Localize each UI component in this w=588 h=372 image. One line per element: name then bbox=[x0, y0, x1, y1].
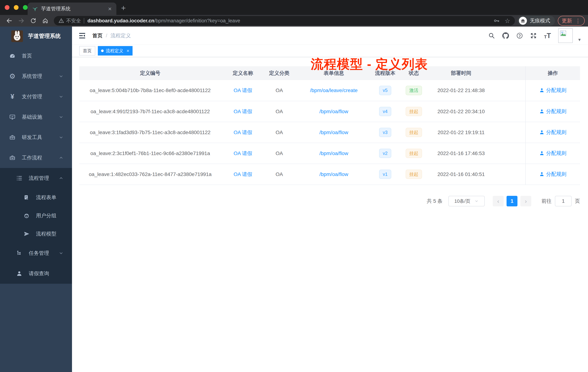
breadcrumb-home[interactable]: 首页 bbox=[92, 32, 103, 39]
paper-plane-icon bbox=[23, 231, 30, 237]
chrome-update-button[interactable]: 更新 ⋮ bbox=[558, 16, 585, 26]
assign-rule-button[interactable]: 分配规则 bbox=[539, 129, 567, 136]
search-icon[interactable] bbox=[488, 33, 495, 39]
home-icon[interactable] bbox=[39, 18, 51, 24]
avatar[interactable] bbox=[558, 28, 573, 43]
sidebar-toggle-icon[interactable] bbox=[79, 33, 86, 39]
gear-icon: ⚙ bbox=[9, 73, 16, 80]
page-content: 定义编号 定义名称 定义分类 表单信息 流程版本 状态 部署时间 操作 oa_l… bbox=[72, 57, 588, 206]
version-badge[interactable]: v4 bbox=[379, 107, 391, 116]
list-icon bbox=[16, 175, 23, 181]
close-window-button[interactable] bbox=[5, 5, 10, 10]
page-number-button[interactable]: 1 bbox=[506, 196, 517, 206]
sidebar-item-payment[interactable]: ¥ 支付管理 bbox=[0, 87, 72, 107]
col-deploy-time: 部署时间 bbox=[431, 66, 491, 80]
sidebar-item-label: 任务管理 bbox=[29, 250, 49, 257]
prev-page-button[interactable]: ‹ bbox=[493, 196, 504, 206]
version-badge[interactable]: v5 bbox=[379, 86, 391, 95]
password-key-icon[interactable] bbox=[494, 18, 500, 24]
sidebar-item-home[interactable]: 首页 bbox=[0, 46, 72, 66]
table-row: oa_leave:3:1fad3d93-7b75-11ec-a3c8-acde4… bbox=[79, 122, 580, 143]
fullscreen-icon[interactable] bbox=[530, 33, 537, 39]
status-badge: 激活 bbox=[406, 86, 422, 95]
back-icon[interactable] bbox=[3, 17, 15, 24]
briefcase-icon bbox=[9, 155, 16, 161]
update-label: 更新 bbox=[562, 17, 572, 24]
help-question-icon[interactable] bbox=[516, 33, 523, 39]
col-operation: 操作 bbox=[525, 66, 580, 80]
version-badge[interactable]: v3 bbox=[379, 128, 391, 137]
browser-toolbar: 不安全 dashboard.yudao.iocoder.cn/bpm/manag… bbox=[0, 15, 588, 27]
version-badge[interactable]: v2 bbox=[379, 149, 391, 158]
bookmark-star-icon[interactable]: ☆ bbox=[505, 17, 510, 24]
assign-rule-button[interactable]: 分配规则 bbox=[539, 87, 567, 94]
active-dot-icon bbox=[101, 50, 104, 52]
tags-view-bar: 首页 流程定义 × bbox=[72, 45, 588, 57]
sidebar: 芋道管理系统 首页 ⚙ 系统管理 ¥ 支付管理 bbox=[0, 27, 72, 372]
sidebar-item-label: 用户分组 bbox=[36, 212, 56, 219]
form-link[interactable]: /bpm/oa/leave/create bbox=[310, 88, 358, 93]
status-badge: 挂起 bbox=[406, 149, 422, 158]
sidebar-item-infrastructure[interactable]: 基础设施 bbox=[0, 107, 72, 127]
assign-rule-button[interactable]: 分配规则 bbox=[539, 150, 567, 157]
sidebar-item-label: 首页 bbox=[22, 52, 32, 59]
forward-icon[interactable] bbox=[15, 17, 27, 24]
breadcrumb: 首页 / 流程定义 bbox=[92, 32, 131, 39]
sidebar-menu: 首页 ⚙ 系统管理 ¥ 支付管理 基础设施 bbox=[0, 46, 72, 372]
browser-tab[interactable]: 芋道管理系统 × bbox=[28, 2, 116, 15]
assign-rule-button[interactable]: 分配规则 bbox=[539, 108, 567, 115]
browser-menu-icon[interactable]: ⋮ bbox=[575, 18, 581, 24]
form-link[interactable]: /bpm/oa/flow bbox=[319, 151, 348, 156]
sidebar-item-label: 请假查询 bbox=[29, 270, 49, 277]
version-badge[interactable]: v1 bbox=[379, 170, 391, 179]
chevron-up-icon bbox=[59, 155, 64, 160]
tab-close-icon[interactable]: × bbox=[108, 6, 112, 12]
sidebar-item-system[interactable]: ⚙ 系统管理 bbox=[0, 66, 72, 87]
sidebar-item-process-model[interactable]: 流程模型 bbox=[0, 225, 72, 243]
zoom-window-button[interactable] bbox=[23, 5, 28, 10]
address-bar[interactable]: 不安全 dashboard.yudao.iocoder.cn/bpm/manag… bbox=[54, 16, 515, 25]
github-icon[interactable] bbox=[502, 32, 509, 39]
tag-home[interactable]: 首页 bbox=[79, 46, 95, 55]
definition-name-link[interactable]: OA 请假 bbox=[234, 109, 252, 114]
definition-name-link[interactable]: OA 请假 bbox=[234, 88, 252, 93]
page-size-select[interactable]: 10条/页 bbox=[448, 196, 485, 206]
goto-page-input[interactable] bbox=[555, 196, 572, 206]
tag-close-icon[interactable]: × bbox=[126, 48, 129, 54]
table-row: oa_leave:1:482ec033-762a-11ec-8477-a2380… bbox=[79, 164, 580, 185]
cell-category: OA bbox=[265, 122, 294, 143]
cell-deploy-time: 2022-01-16 17:46:53 bbox=[431, 143, 491, 164]
form-link[interactable]: /bpm/oa/flow bbox=[319, 130, 348, 135]
definition-name-link[interactable]: OA 请假 bbox=[234, 151, 252, 156]
app-title: 芋道管理系统 bbox=[28, 33, 61, 40]
new-tab-button[interactable]: + bbox=[121, 4, 126, 12]
sidebar-item-user-group[interactable]: 用户分组 bbox=[0, 207, 72, 225]
minimize-window-button[interactable] bbox=[14, 5, 19, 10]
sidebar-item-task-management[interactable]: 任务管理 bbox=[0, 243, 72, 263]
incognito-label: 无痕模式 bbox=[530, 17, 550, 24]
window-controls[interactable] bbox=[5, 5, 28, 10]
form-link[interactable]: /bpm/oa/flow bbox=[319, 171, 348, 177]
reload-icon[interactable] bbox=[27, 18, 39, 24]
sidebar-item-dev-tools[interactable]: 研发工具 bbox=[0, 127, 72, 148]
font-size-icon[interactable]: TT bbox=[544, 32, 551, 39]
page-unit-label: 页 bbox=[575, 198, 580, 205]
form-link[interactable]: /bpm/oa/flow bbox=[319, 109, 348, 114]
cell-deploy-time: 2022-01-22 21:48:38 bbox=[431, 80, 491, 101]
sidebar-item-label: 工作流程 bbox=[22, 154, 42, 161]
sidebar-item-process-management[interactable]: 流程管理 bbox=[0, 168, 72, 188]
avatar-caret-icon[interactable]: ▼ bbox=[578, 37, 581, 42]
sidebar-item-leave-query[interactable]: 请假查询 bbox=[0, 263, 72, 284]
definition-name-link[interactable]: OA 请假 bbox=[234, 171, 252, 177]
sidebar-logo[interactable]: 芋道管理系统 bbox=[0, 27, 72, 46]
goto-label: 前往 bbox=[541, 198, 552, 205]
tag-label: 流程定义 bbox=[106, 48, 123, 54]
sidebar-item-process-form[interactable]: 流程表单 bbox=[0, 188, 72, 207]
robot-face-icon bbox=[23, 213, 30, 219]
tag-process-definition[interactable]: 流程定义 × bbox=[98, 46, 133, 55]
next-page-button[interactable]: › bbox=[520, 196, 531, 206]
sidebar-item-workflow[interactable]: 工作流程 bbox=[0, 148, 72, 168]
security-label[interactable]: 不安全 bbox=[66, 17, 81, 24]
definition-name-link[interactable]: OA 请假 bbox=[234, 130, 252, 135]
assign-rule-button[interactable]: 分配规则 bbox=[539, 171, 567, 178]
